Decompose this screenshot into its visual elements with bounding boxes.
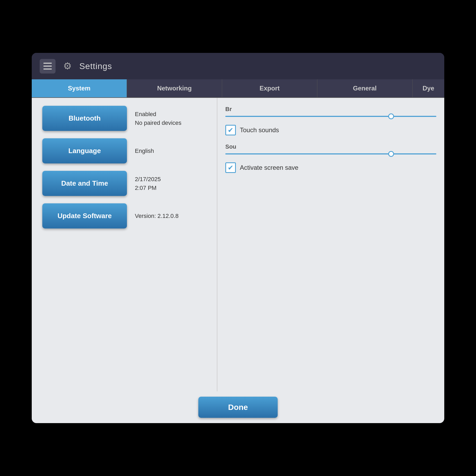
tabs-bar: System Networking Export General Dye <box>32 79 444 98</box>
bluetooth-row: Bluetooth Enabled No paired devices <box>42 106 206 131</box>
datetime-value: 2/17/2025 2:07 PM <box>135 175 161 192</box>
bottom-area: Done <box>32 391 444 423</box>
datetime-row: Date and Time 2/17/2025 2:07 PM <box>42 171 206 196</box>
touch-sounds-checkbox[interactable]: ✔ <box>225 125 236 135</box>
header-title: Settings <box>79 61 112 71</box>
language-row: Language English <box>42 138 206 163</box>
language-value: English <box>135 147 154 155</box>
update-software-row: Update Software Version: 2.12.0.8 <box>42 203 206 228</box>
touch-sounds-row: ✔ Touch sounds <box>225 125 436 135</box>
touch-sounds-section: ✔ Touch sounds <box>225 125 436 135</box>
screen-saver-row: ✔ Activate screen save <box>225 162 436 173</box>
screen-inner: ⚙ Settings System Networking Export Gene… <box>32 53 444 423</box>
right-panel: Br ✔ Touch sounds Sou <box>217 98 444 391</box>
sound-slider[interactable] <box>225 153 436 154</box>
brightness-section: Br <box>225 106 436 117</box>
screen-outer: ⚙ Settings System Networking Export Gene… <box>32 53 444 423</box>
brightness-slider-handle[interactable] <box>388 113 394 119</box>
sound-label: Sou <box>225 143 436 150</box>
language-button[interactable]: Language <box>42 138 127 163</box>
screen-saver-checkmark: ✔ <box>228 164 234 171</box>
menu-line-2 <box>43 66 52 67</box>
menu-line-1 <box>43 63 52 64</box>
gear-icon: ⚙ <box>61 59 74 73</box>
touch-sounds-checkmark: ✔ <box>228 127 234 134</box>
update-software-value: Version: 2.12.0.8 <box>135 212 178 220</box>
screen-saver-section: ✔ Activate screen save <box>225 162 436 173</box>
tab-export[interactable]: Export <box>222 79 317 97</box>
screen-saver-label: Activate screen save <box>240 164 298 171</box>
sound-slider-handle[interactable] <box>388 151 394 157</box>
brightness-slider[interactable] <box>225 116 436 117</box>
sound-section: Sou <box>225 143 436 154</box>
bluetooth-button[interactable]: Bluetooth <box>42 106 127 131</box>
settings-panel: Bluetooth Enabled No paired devices Lang… <box>32 98 217 391</box>
done-button[interactable]: Done <box>198 397 278 418</box>
bluetooth-value: Enabled No paired devices <box>135 110 181 127</box>
tab-dye[interactable]: Dye <box>413 79 444 97</box>
tab-system[interactable]: System <box>32 79 127 97</box>
menu-line-3 <box>43 68 52 70</box>
tab-networking[interactable]: Networking <box>127 79 222 97</box>
main-content: Bluetooth Enabled No paired devices Lang… <box>32 98 444 391</box>
menu-button[interactable] <box>40 59 56 74</box>
tab-general[interactable]: General <box>317 79 413 97</box>
screen-saver-checkbox[interactable]: ✔ <box>225 162 236 173</box>
update-software-button[interactable]: Update Software <box>42 203 127 228</box>
datetime-button[interactable]: Date and Time <box>42 171 127 196</box>
brightness-label: Br <box>225 106 436 113</box>
touch-sounds-label: Touch sounds <box>240 126 279 134</box>
header: ⚙ Settings <box>32 53 444 79</box>
